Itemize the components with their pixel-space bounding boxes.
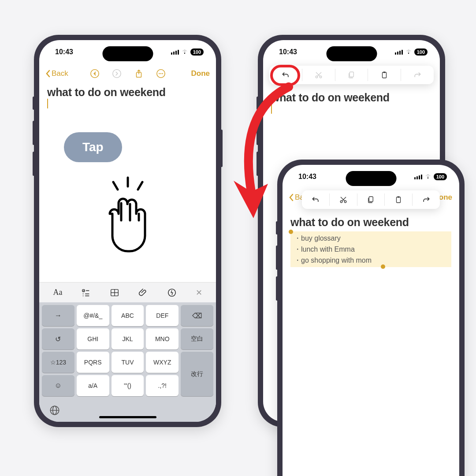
- key-emoji[interactable]: ☺: [42, 375, 74, 396]
- home-indicator[interactable]: [99, 416, 156, 418]
- edit-toolbar: [302, 190, 440, 209]
- svg-point-6: [162, 73, 163, 74]
- selection-handle-end[interactable]: [381, 264, 385, 269]
- toolbar-copy-icon[interactable]: [357, 193, 385, 206]
- key-sym[interactable]: @#/&_: [77, 305, 109, 326]
- key-tab[interactable]: →: [42, 305, 74, 326]
- dynamic-island: [326, 46, 377, 61]
- note-title[interactable]: what to do on weekend: [290, 216, 451, 229]
- svg-line-25: [138, 182, 142, 190]
- keyboard[interactable]: → @#/&_ ABC DEF ⌫ ↺ GHI JKL MNO 空白 ☆123 …: [39, 302, 216, 399]
- svg-rect-35: [398, 197, 400, 198]
- key-backspace[interactable]: ⌫: [181, 305, 213, 326]
- tap-label: Tap: [64, 132, 122, 162]
- list-item: ・lunch with Emma: [291, 244, 450, 255]
- done-button[interactable]: Done: [191, 69, 210, 78]
- svg-line-24: [113, 182, 118, 190]
- attachment-icon[interactable]: [138, 288, 148, 298]
- battery-icon: 100: [414, 48, 428, 56]
- key-undo[interactable]: ↺: [42, 328, 74, 350]
- signal-icon: [395, 50, 403, 55]
- key-quotes[interactable]: '"(): [112, 375, 144, 396]
- svg-rect-34: [397, 197, 401, 203]
- globe-icon[interactable]: [49, 405, 60, 416]
- battery-icon: 100: [190, 48, 204, 56]
- checklist-icon[interactable]: [81, 288, 91, 298]
- signal-icon: [171, 50, 179, 55]
- back-button[interactable]: Back: [45, 69, 68, 78]
- status-time: 10:43: [55, 48, 73, 56]
- toolbar-paste-icon[interactable]: [368, 69, 401, 81]
- three-finger-tap-icon: [95, 174, 161, 258]
- key-ghi[interactable]: GHI: [77, 328, 109, 350]
- svg-rect-28: [350, 72, 354, 77]
- note-content[interactable]: what to do on weekend ・buy glossary ・lun…: [283, 208, 459, 476]
- svg-rect-29: [383, 72, 387, 78]
- toolbar-copy-icon: [335, 69, 368, 81]
- toolbar-paste-icon[interactable]: [385, 193, 413, 206]
- key-nums[interactable]: ☆123: [42, 352, 74, 373]
- selection-handle-start[interactable]: [289, 230, 293, 234]
- wifi-icon: [405, 49, 412, 55]
- draw-icon[interactable]: [167, 288, 177, 298]
- table-icon[interactable]: [110, 288, 119, 298]
- key-jkl[interactable]: JKL: [112, 328, 144, 350]
- format-bar: Aa ✕: [39, 282, 216, 302]
- toolbar-redo-icon[interactable]: [413, 193, 440, 206]
- svg-point-4: [159, 73, 160, 74]
- text-cursor: [47, 99, 48, 108]
- svg-point-5: [160, 73, 161, 74]
- toolbar-redo-icon: [401, 69, 434, 81]
- toolbar-cut-icon[interactable]: [330, 193, 357, 206]
- arrow-icon: [212, 82, 309, 227]
- svg-point-11: [83, 295, 84, 296]
- svg-point-9: [83, 293, 84, 294]
- key-space[interactable]: 空白: [181, 328, 213, 350]
- keyboard-bottom: [39, 399, 216, 422]
- signal-icon: [414, 175, 422, 179]
- more-icon[interactable]: [156, 69, 166, 78]
- done-button[interactable]: one: [439, 193, 452, 202]
- close-keyboard-icon[interactable]: ✕: [196, 288, 202, 298]
- svg-rect-33: [369, 197, 373, 201]
- list-item: ・go shopping with mom: [291, 255, 374, 266]
- svg-point-1: [112, 70, 120, 78]
- key-abc[interactable]: ABC: [112, 305, 144, 326]
- undo-icon[interactable]: [90, 69, 100, 78]
- toolbar-cut-icon: [302, 69, 335, 81]
- share-icon[interactable]: [134, 69, 144, 78]
- key-tuv[interactable]: TUV: [112, 352, 144, 373]
- redo-icon: [112, 69, 122, 78]
- text-format-icon[interactable]: Aa: [53, 288, 62, 297]
- key-wxyz[interactable]: WXYZ: [146, 352, 178, 373]
- status-time: 10:43: [279, 48, 297, 56]
- nav-bar: Back Done: [39, 64, 216, 83]
- wifi-icon: [181, 49, 188, 55]
- list-item: ・buy glossary: [291, 233, 450, 244]
- selected-text[interactable]: ・buy glossary ・lunch with Emma ・go shopp…: [290, 231, 451, 267]
- key-enter[interactable]: 改行: [181, 352, 213, 396]
- svg-rect-30: [383, 72, 386, 73]
- key-punct[interactable]: .,?!: [146, 375, 178, 396]
- wifi-icon: [424, 174, 431, 179]
- key-mno[interactable]: MNO: [146, 328, 178, 350]
- dynamic-island: [346, 171, 396, 186]
- chevron-left-icon: [45, 70, 51, 78]
- battery-icon: 100: [434, 173, 447, 180]
- key-def[interactable]: DEF: [146, 305, 178, 326]
- key-shift[interactable]: a/A: [77, 375, 109, 396]
- key-pqrs[interactable]: PQRS: [77, 352, 109, 373]
- note-title[interactable]: what to do on weekend: [47, 86, 208, 99]
- dynamic-island: [102, 46, 153, 61]
